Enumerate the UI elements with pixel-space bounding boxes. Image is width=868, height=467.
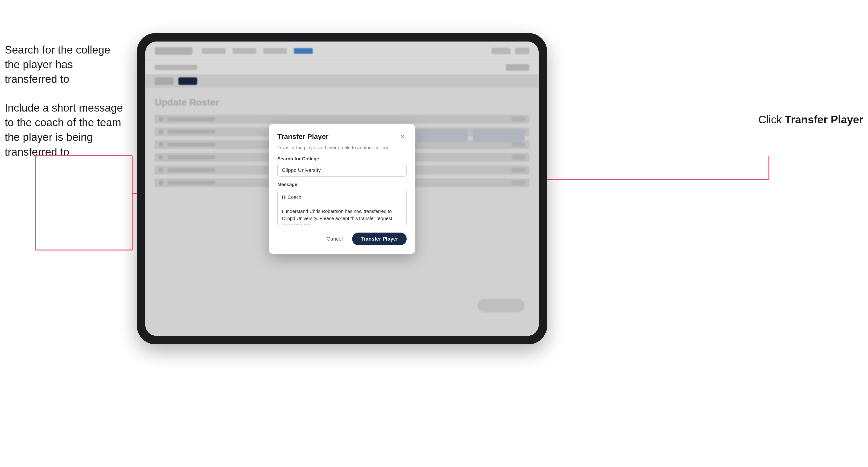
modal-header: Transfer Player × [277,132,407,141]
message-label: Message [277,182,407,187]
transfer-player-modal: Transfer Player × Transfer the player an… [269,124,415,254]
modal-overlay: Transfer Player × Transfer the player an… [145,41,539,336]
search-label: Search for College [277,156,407,161]
close-icon: × [401,133,404,140]
modal-footer: Cancel Transfer Player [277,232,407,245]
modal-subtitle: Transfer the player and their profile to… [277,145,407,151]
annotation-transfer-label: Transfer Player [785,114,863,126]
annotation-message-text: Include a short message to the coach of … [5,100,127,159]
annotation-left: Search for the college the player has tr… [5,42,127,173]
modal-close-button[interactable]: × [398,132,407,141]
cancel-button[interactable]: Cancel [322,233,347,245]
annotation-right: Click Transfer Player [755,113,863,126]
modal-title: Transfer Player [277,132,329,141]
tablet-screen: Update Roster [145,41,539,336]
transfer-player-button[interactable]: Transfer Player [352,232,407,245]
search-college-input[interactable] [277,164,407,177]
message-textarea[interactable]: Hi Coach, I understand Chris Robertson h… [277,190,407,225]
annotation-search-text: Search for the college the player has tr… [5,42,127,86]
tablet-frame: Update Roster [137,33,547,344]
annotation-click-label: Click [758,114,782,126]
